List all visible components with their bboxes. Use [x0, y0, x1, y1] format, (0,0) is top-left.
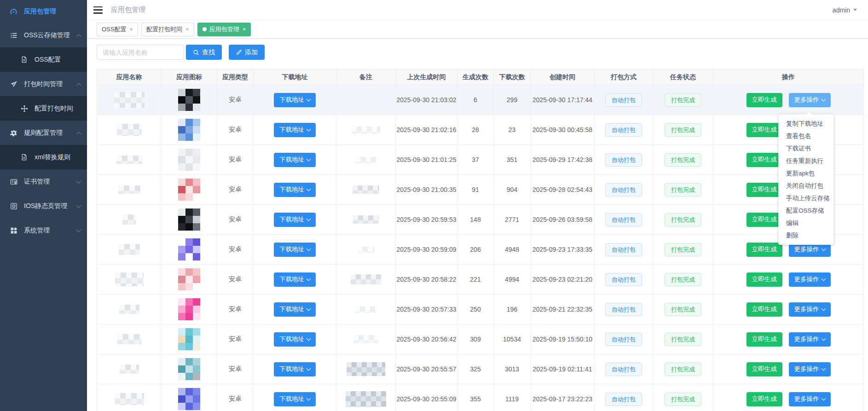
generate-now-button[interactable]: 立即生成 [746, 213, 782, 227]
pack-mode-cell: 自动打包 [595, 145, 653, 175]
close-icon[interactable]: × [185, 26, 189, 32]
close-icon[interactable]: × [243, 26, 246, 32]
sidebar-item-0[interactable]: OSS云存储管理 [0, 23, 87, 47]
dropdown-item-5[interactable]: 关闭自动打包 [779, 179, 833, 192]
generate-now-button[interactable]: 立即生成 [746, 272, 782, 287]
remark-cell [336, 354, 396, 384]
generate-now-button[interactable]: 立即生成 [746, 93, 782, 107]
download-url-button[interactable]: 下载地址 [274, 243, 316, 257]
download-count-cell: 2771 [494, 205, 531, 235]
sidebar-item-5[interactable]: xml替换规则 [0, 145, 87, 169]
dropdown-item-3[interactable]: 任务重新执行 [779, 155, 833, 167]
download-url-button[interactable]: 下载地址 [274, 272, 316, 287]
app-icon-cell [162, 85, 217, 115]
app-icon-cell [162, 384, 217, 411]
app-type-cell: 安卓 [217, 384, 254, 411]
document-icon [20, 56, 28, 64]
generate-now-button-label: 立即生成 [752, 185, 777, 194]
pack-mode-badge: 自动打包 [605, 243, 642, 256]
operations-cell: 立即生成更多操作 [713, 324, 864, 354]
last-generated-cell: 2025-09-30 20:58:22 [396, 265, 457, 295]
sidebar-item-4[interactable]: 规则配置管理 [0, 121, 87, 145]
download-count-value: 10534 [503, 336, 521, 343]
dropdown-item-6[interactable]: 手动上传云存储 [779, 192, 833, 204]
dropdown-item-2[interactable]: 下载证书 [779, 142, 833, 155]
generate-now-button[interactable]: 立即生成 [746, 153, 782, 167]
download-url-button[interactable]: 下载地址 [274, 302, 316, 317]
generate-now-button-label: 立即生成 [752, 365, 777, 373]
generate-now-button[interactable]: 立即生成 [746, 332, 782, 347]
download-url-button[interactable]: 下载地址 [274, 183, 316, 197]
more-actions-button[interactable]: 更多操作 [789, 302, 831, 317]
tab-0[interactable]: OSS配置× [97, 23, 138, 36]
task-status-badge: 打包完成 [665, 123, 701, 137]
download-url-button[interactable]: 下载地址 [274, 213, 316, 227]
generate-now-button[interactable]: 立即生成 [746, 123, 782, 137]
download-url-cell: 下载地址 [254, 85, 336, 115]
dropdown-item-7[interactable]: 配置OSS存储 [779, 204, 833, 217]
download-url-button[interactable]: 下载地址 [274, 332, 316, 347]
more-actions-button[interactable]: 更多操作 [789, 332, 831, 347]
sidebar-item-1[interactable]: OSS配置 [0, 47, 87, 72]
download-url-button[interactable]: 下载地址 [274, 93, 316, 107]
tab-2[interactable]: 应用包管理× [197, 23, 251, 36]
download-url-button[interactable]: 下载地址 [274, 153, 316, 167]
more-actions-button[interactable]: 更多操作 [789, 272, 831, 287]
sidebar-item-3[interactable]: 配置打包时间 [0, 96, 87, 121]
dropdown-item-0[interactable]: 复制下载地址 [779, 117, 833, 130]
tab-1[interactable]: 配置打包时间× [141, 23, 194, 36]
generate-count-value: 91 [472, 186, 479, 193]
add-button[interactable]: 添加 [229, 45, 265, 60]
more-actions-button[interactable]: 更多操作 [789, 362, 831, 376]
generate-now-button[interactable]: 立即生成 [746, 243, 782, 257]
close-icon[interactable]: × [129, 26, 133, 32]
pack-mode-badge: 自动打包 [605, 303, 642, 316]
app-icon-cell [162, 324, 217, 354]
pack-mode-cell: 自动打包 [595, 324, 653, 354]
sidebar-item-8[interactable]: 系统管理 [0, 218, 87, 243]
remark-redacted [355, 307, 377, 313]
user-menu[interactable]: admin [833, 6, 857, 14]
download-count-cell: 23 [494, 115, 531, 145]
generate-now-button[interactable]: 立即生成 [746, 362, 782, 376]
generate-now-button[interactable]: 立即生成 [746, 183, 782, 197]
download-url-button[interactable]: 下载地址 [274, 362, 316, 376]
sidebar-logo[interactable]: 应用包管理 [0, 0, 87, 23]
app-icon-image [178, 358, 200, 380]
download-url-button[interactable]: 下载地址 [274, 123, 316, 137]
app-icon-cell [162, 115, 217, 145]
column-header: 应用类型 [217, 69, 254, 85]
search-input[interactable] [97, 45, 184, 60]
more-actions-button-label: 更多操作 [794, 335, 819, 343]
task-status-cell: 打包完成 [653, 115, 713, 145]
search-button[interactable]: 查找 [186, 45, 222, 60]
sidebar-item-2[interactable]: 打包时间管理 [0, 72, 87, 96]
app-type-value: 安卓 [229, 395, 242, 402]
table-row: 安卓下载地址2025-09-30 20:59:0920649482025-09-… [97, 235, 864, 265]
more-actions-button[interactable]: 更多操作 [789, 392, 831, 406]
remark-redacted [346, 391, 386, 407]
generate-now-button[interactable]: 立即生成 [746, 302, 782, 317]
app-icon-cell [162, 235, 217, 265]
last-generated-cell: 2025-09-30 20:59:09 [396, 235, 457, 265]
pencil-icon [236, 49, 242, 56]
dropdown-item-1[interactable]: 查看包名 [779, 130, 833, 142]
generate-now-button[interactable]: 立即生成 [746, 392, 782, 406]
more-actions-button[interactable]: 更多操作 [789, 93, 831, 107]
download-count-value: 299 [507, 96, 517, 104]
sidebar-item-7[interactable]: IOS静态页管理 [0, 194, 87, 218]
chevron-down-icon [821, 97, 826, 101]
app-icon-image [178, 298, 200, 320]
search-button-label: 查找 [202, 48, 215, 57]
dropdown-item-4[interactable]: 更新apk包 [779, 167, 833, 179]
app-type-cell: 安卓 [217, 235, 254, 265]
dropdown-item-9[interactable]: 删除 [779, 229, 833, 242]
download-url-button[interactable]: 下载地址 [274, 392, 316, 406]
chevron-down-icon [76, 203, 81, 208]
created-time-cell: 2025-09-19 15:50:10 [531, 324, 595, 354]
dropdown-item-8[interactable]: 编辑 [779, 217, 833, 229]
created-time-cell: 2025-09-26 03:59:58 [531, 205, 595, 235]
send-icon [10, 80, 17, 88]
sidebar-item-6[interactable]: 证书管理 [0, 169, 87, 194]
hamburger-icon[interactable] [93, 6, 103, 14]
